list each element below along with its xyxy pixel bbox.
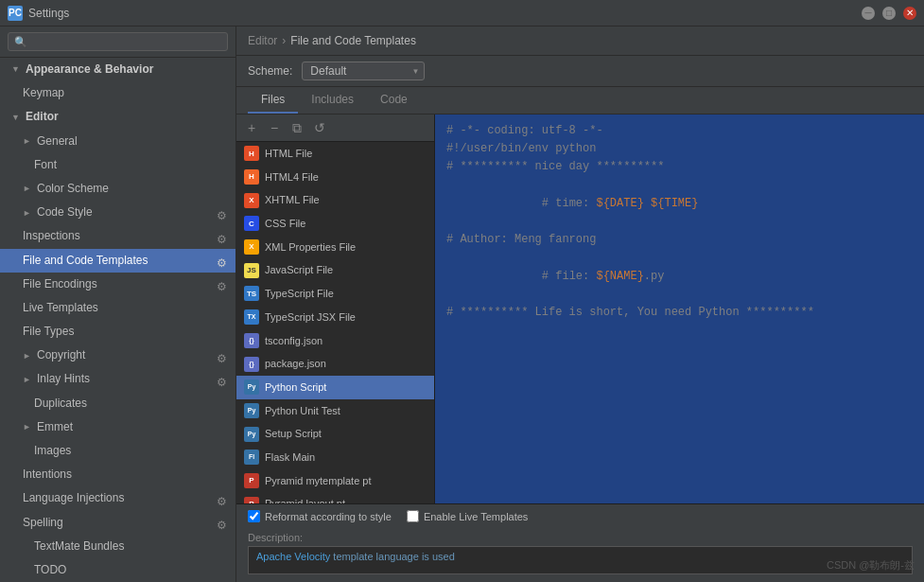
live-templates-checkbox-label[interactable]: Enable Live Templates <box>407 510 528 522</box>
sidebar-item-live-templates[interactable]: Live Templates <box>0 296 235 320</box>
list-item[interactable]: X XHTML File <box>236 188 434 212</box>
list-item[interactable]: Fl Flask Main <box>236 446 434 469</box>
description-label: Description: <box>248 532 913 543</box>
list-item[interactable]: H HTML4 File <box>236 166 434 189</box>
reformat-checkbox[interactable] <box>248 510 260 522</box>
remove-template-button[interactable]: − <box>265 118 284 137</box>
search-box <box>0 26 235 58</box>
file-type-icon-package: {} <box>244 357 259 372</box>
close-button[interactable]: ✕ <box>903 7 916 20</box>
list-item[interactable]: P Pyramid mytemplate pt <box>236 469 434 493</box>
sidebar-item-emmet[interactable]: ► Emmet <box>0 415 235 439</box>
description-box: Apache Velocity template language is use… <box>248 546 913 574</box>
add-template-button[interactable]: + <box>242 118 261 137</box>
sidebar-item-inspections[interactable]: Inspections ⚙ <box>0 224 235 248</box>
sidebar-item-file-encodings[interactable]: File Encodings ⚙ <box>0 273 235 296</box>
sidebar-item-color-scheme[interactable]: ► Color Scheme <box>0 177 235 201</box>
reset-template-button[interactable]: ↺ <box>310 118 329 137</box>
file-type-icon-html: H <box>244 146 259 161</box>
list-item[interactable]: H HTML File <box>236 142 434 166</box>
list-item[interactable]: X XML Properties File <box>236 236 434 259</box>
sidebar-item-inlay-hints[interactable]: ► Inlay Hints ⚙ <box>0 367 235 391</box>
sidebar: ▼ Appearance & Behavior Keymap ▼ Editor … <box>0 26 236 582</box>
reformat-label: Reformat according to style <box>265 511 392 522</box>
sidebar-item-label: Color Scheme <box>37 180 109 198</box>
file-type-icon-xml: X <box>244 239 259 255</box>
file-item-label: Python Script <box>265 379 326 397</box>
sidebar-item-label: Spelling <box>23 514 63 532</box>
file-item-label: package.json <box>265 355 326 373</box>
list-item[interactable]: P Pyramid layout pt <box>236 492 434 503</box>
gear-icon-copyright: ⚙ <box>217 350 228 362</box>
sidebar-item-spelling[interactable]: Spelling ⚙ <box>0 511 235 535</box>
file-type-icon-flask: Fl <box>244 450 259 465</box>
tree-arrow-appearance: ▼ <box>11 62 21 76</box>
sidebar-item-font[interactable]: Font <box>0 153 235 177</box>
list-item[interactable]: TX TypeScript JSX File <box>236 306 434 329</box>
file-item-label: XML Properties File <box>265 238 356 256</box>
sidebar-item-images[interactable]: Images <box>0 439 235 463</box>
tab-code[interactable]: Code <box>367 87 421 114</box>
code-editor: # -*- coding: utf-8 -*- #!/user/bin/env … <box>435 115 924 503</box>
sidebar-item-label: Emmet <box>37 418 73 436</box>
sidebar-item-label: File Encodings <box>23 275 97 293</box>
sidebar-item-todo[interactable]: TODO <box>0 558 235 582</box>
sidebar-item-copyright[interactable]: ► Copyright ⚙ <box>0 344 235 367</box>
file-type-icon-js: JS <box>244 263 259 278</box>
list-item-python-script[interactable]: Py Python Script <box>236 376 434 399</box>
minimize-button[interactable]: ─ <box>862 7 875 20</box>
file-list: + − ⧉ ↺ H HTML File H HTML4 File X <box>236 115 435 503</box>
gear-icon-spelling: ⚙ <box>217 517 228 528</box>
sidebar-item-language-injections[interactable]: Language Injections ⚙ <box>0 486 235 510</box>
list-item[interactable]: TS TypeScript File <box>236 282 434 306</box>
sidebar-item-file-types[interactable]: File Types <box>0 320 235 344</box>
sidebar-item-label: Language Injections <box>23 489 124 507</box>
sidebar-item-duplicates[interactable]: Duplicates <box>0 392 235 415</box>
scheme-select[interactable]: Default <box>302 62 425 80</box>
file-toolbar: + − ⧉ ↺ <box>236 115 434 142</box>
breadcrumb-parent: Editor <box>248 34 277 47</box>
watermark: CSDN @勒布朗-兹 <box>827 558 915 573</box>
list-item[interactable]: {} tsconfig.json <box>236 329 434 353</box>
code-line: # ********** Life is short, You need Pyt… <box>446 304 913 322</box>
tab-includes[interactable]: Includes <box>298 87 367 114</box>
sidebar-item-textmate[interactable]: TextMate Bundles <box>0 535 235 558</box>
sidebar-item-keymap[interactable]: Keymap <box>0 81 235 105</box>
sidebar-item-label: Duplicates <box>34 395 87 413</box>
sidebar-item-intentions[interactable]: Intentions <box>0 463 235 486</box>
apache-velocity-link[interactable]: Apache Velocity <box>256 551 330 562</box>
tree-arrow-colorscheme: ► <box>23 182 32 195</box>
breadcrumb-current: File and Code Templates <box>290 34 416 47</box>
main-panel: Editor › File and Code Templates Scheme:… <box>236 26 924 582</box>
list-item[interactable]: {} package.json <box>236 352 434 376</box>
copy-template-button[interactable]: ⧉ <box>288 118 306 137</box>
description-text: template language is used <box>333 551 454 562</box>
sidebar-item-label: Appearance & Behavior <box>26 61 153 79</box>
scheme-label: Scheme: <box>248 64 292 78</box>
sidebar-item-label: File Types <box>23 323 74 341</box>
tree-arrow-copyright: ► <box>23 349 32 362</box>
sidebar-item-file-code-templates[interactable]: File and Code Templates ⚙ <box>0 249 235 273</box>
list-item[interactable]: Py Setup Script <box>236 422 434 446</box>
maximize-button[interactable]: □ <box>882 7 896 20</box>
live-templates-label: Enable Live Templates <box>424 511 528 522</box>
sidebar-item-editor[interactable]: ▼ Editor <box>0 105 235 129</box>
list-item[interactable]: Py Python Unit Test <box>236 399 434 423</box>
code-line: #!/user/bin/env python <box>446 140 913 158</box>
search-input[interactable] <box>8 32 228 51</box>
sidebar-item-label: General <box>37 132 78 150</box>
code-line: # -*- coding: utf-8 -*- <box>446 122 913 140</box>
tab-files[interactable]: Files <box>248 87 298 114</box>
sidebar-item-appearance[interactable]: ▼ Appearance & Behavior <box>0 58 235 81</box>
sidebar-item-general[interactable]: ► General <box>0 130 235 153</box>
file-item-label: Pyramid mytemplate pt <box>265 472 371 490</box>
live-templates-checkbox[interactable] <box>407 510 419 522</box>
sidebar-item-code-style[interactable]: ► Code Style ⚙ <box>0 201 235 224</box>
code-content[interactable]: # -*- coding: utf-8 -*- #!/user/bin/env … <box>435 115 924 503</box>
reformat-checkbox-label[interactable]: Reformat according to style <box>248 510 392 522</box>
scheme-bar: Scheme: Default ▼ <box>236 56 924 87</box>
list-item[interactable]: JS JavaScript File <box>236 258 434 282</box>
content-area: ▼ Appearance & Behavior Keymap ▼ Editor … <box>0 26 924 582</box>
breadcrumb: Editor › File and Code Templates <box>236 26 924 56</box>
list-item[interactable]: C CSS File <box>236 212 434 236</box>
